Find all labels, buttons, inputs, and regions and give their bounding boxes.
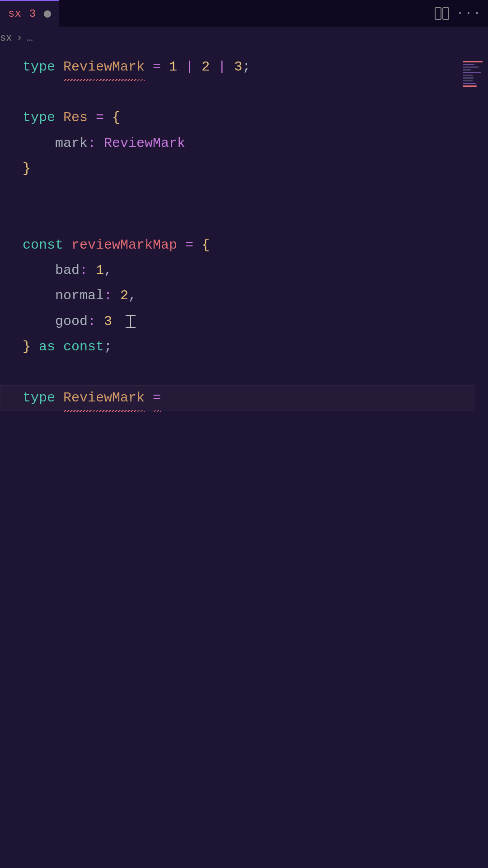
code-line: normal: 2,	[23, 283, 488, 308]
editor-tab[interactable]: sx 3	[0, 0, 59, 27]
type-name-error: ReviewMark	[63, 385, 145, 410]
code-line: }	[23, 156, 488, 181]
tab-actions: ···	[435, 6, 488, 20]
tab-bar: sx 3 ···	[0, 0, 488, 27]
split-editor-icon[interactable]	[435, 7, 449, 20]
tab-problem-count: 3	[29, 8, 36, 20]
breadcrumb-more[interactable]: …	[27, 33, 33, 44]
chevron-right-icon: ›	[16, 33, 22, 44]
op-error: =	[153, 385, 161, 410]
code-line: bad: 1,	[23, 258, 488, 283]
code-line: good: 3	[23, 309, 488, 334]
code-editor[interactable]: type ReviewMark = 1 | 2 | 3; type Res = …	[0, 49, 488, 410]
type-name-error: ReviewMark	[63, 54, 145, 80]
breadcrumb: sx › …	[0, 27, 488, 49]
unsaved-dot-icon	[44, 10, 51, 18]
tab-filename-ext: sx	[8, 8, 21, 20]
code-line: type ReviewMark = 1 | 2 | 3;	[23, 54, 488, 80]
more-actions-icon[interactable]: ···	[456, 6, 482, 20]
code-line: mark: ReviewMark	[23, 131, 488, 156]
code-line: } as const;	[23, 334, 488, 359]
code-line-active: type ReviewMark =	[0, 385, 474, 410]
breadcrumb-file[interactable]: sx	[0, 33, 12, 44]
code-line: type Res = {	[23, 105, 488, 130]
text-cursor-icon	[126, 315, 136, 328]
code-line: const reviewMarkMap = {	[23, 232, 488, 258]
